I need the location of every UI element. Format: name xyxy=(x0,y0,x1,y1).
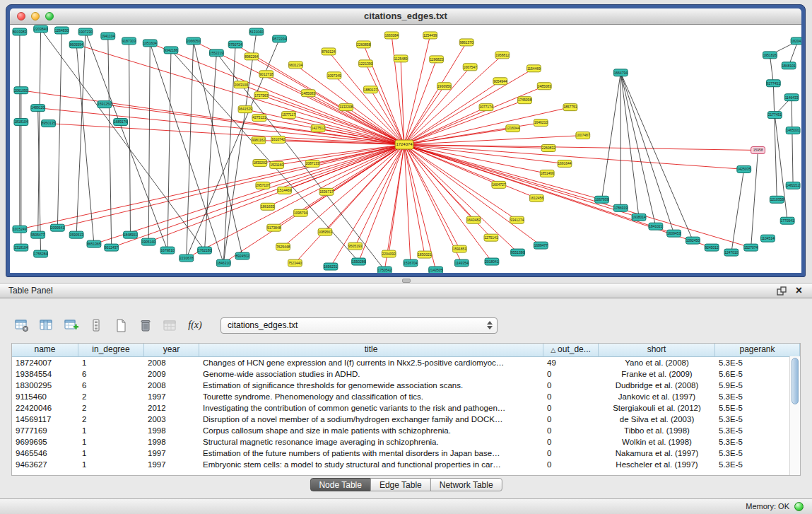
graph-node[interactable]: 1097349 xyxy=(327,72,341,79)
graph-node[interactable]: 1216044 xyxy=(506,125,520,132)
column-header-year[interactable]: year xyxy=(144,344,199,356)
graph-node[interactable]: 1880137 xyxy=(364,86,378,93)
graph-node[interactable]: 1590513 xyxy=(69,231,83,238)
graph-node[interactable]: 1905140 xyxy=(141,238,155,245)
graph-node[interactable]: 1482212 xyxy=(786,182,800,189)
graph-node[interactable]: 1051604 xyxy=(143,40,157,47)
graph-node[interactable]: 1958812 xyxy=(495,52,510,59)
graph-node[interactable]: 8605594 xyxy=(69,41,83,48)
network-canvas[interactable]: 1724074112548912213901097349148508315771… xyxy=(10,25,801,273)
graph-node[interactable]: 1691644 xyxy=(558,160,572,167)
graph-node[interactable]: 1264830 xyxy=(54,27,69,34)
tab-network-table[interactable]: Network Table xyxy=(430,478,502,491)
table-row[interactable]: 946362711997Embryonic stem cells: a mode… xyxy=(12,459,800,470)
graph-node[interactable]: 1610742 xyxy=(271,136,286,144)
column-header-title[interactable]: title xyxy=(199,344,543,356)
graph-node[interactable]: 1667547 xyxy=(463,64,477,71)
graph-node[interactable]: 1146433 xyxy=(784,94,799,101)
graph-node[interactable]: 1275141 xyxy=(484,234,498,241)
new-column-icon[interactable] xyxy=(62,316,81,334)
graph-node[interactable]: 9012718 xyxy=(259,71,273,78)
graph-node[interactable]: 9245012 xyxy=(705,244,719,251)
graph-node[interactable]: 9981162 xyxy=(252,137,266,144)
graph-node[interactable]: 1727563 xyxy=(254,92,269,99)
graph-node[interactable]: 1770541 xyxy=(780,217,794,224)
graph-node[interactable]: 1755284 xyxy=(34,250,48,257)
graph-node[interactable]: 1007487 xyxy=(576,132,590,139)
graph-node[interactable]: 1643482 xyxy=(466,216,481,223)
network-window-titlebar[interactable]: citations_edges.txt xyxy=(10,8,801,25)
graph-node[interactable]: 1724074 xyxy=(395,140,413,149)
graph-node[interactable]: 2485083 xyxy=(537,83,551,90)
graph-node[interactable]: 1527074 xyxy=(744,244,758,251)
graph-node[interactable]: 9054944 xyxy=(493,78,507,85)
graph-node[interactable]: 1427512 xyxy=(311,125,325,132)
graph-node[interactable]: 2230678 xyxy=(180,255,194,262)
graph-node[interactable]: 1318104 xyxy=(14,244,28,251)
table-mode-icon[interactable] xyxy=(13,316,31,334)
graph-node[interactable]: 1762180 xyxy=(198,247,212,254)
close-window-button[interactable] xyxy=(17,12,25,21)
table-row[interactable]: 1938455462009Genome-wide association stu… xyxy=(12,368,800,380)
graph-node[interactable]: 2204093 xyxy=(382,250,396,257)
graph-node[interactable]: 1536704 xyxy=(404,259,418,267)
graph-node[interactable]: 2143505 xyxy=(429,267,443,273)
import-table-icon[interactable] xyxy=(161,316,180,334)
table-row[interactable]: 1872400712008Changes of HCN gene express… xyxy=(12,357,800,368)
graph-node[interactable]: 9342186 xyxy=(164,47,178,54)
graph-node[interactable]: 1750542 xyxy=(377,267,392,273)
graph-node[interactable]: 1820413 xyxy=(791,37,801,45)
graph-node[interactable]: 2260858 xyxy=(357,41,371,48)
graph-node[interactable]: 7523440 xyxy=(288,259,302,267)
graph-node[interactable]: 1861635 xyxy=(261,203,275,210)
graph-node[interactable]: 2099541 xyxy=(50,224,64,231)
graph-node[interactable]: 2957137 xyxy=(256,182,270,189)
graph-node[interactable]: 2066050 xyxy=(187,37,201,45)
graph-node[interactable]: 1015249 xyxy=(13,226,27,233)
graph-node[interactable]: 1154469 xyxy=(526,65,541,72)
graph-node[interactable]: 1664794 xyxy=(613,69,628,76)
new-table-icon[interactable] xyxy=(112,316,130,334)
graph-node[interactable]: 1656231 xyxy=(324,263,338,270)
graph-node[interactable]: 2260832 xyxy=(541,145,555,152)
zoom-window-button[interactable] xyxy=(45,12,54,21)
tab-edge-table[interactable]: Edge Table xyxy=(370,478,431,491)
graph-node[interactable]: 15958 xyxy=(751,147,765,154)
graph-node[interactable]: 1907230 xyxy=(78,28,93,35)
graph-node[interactable]: 1609453 xyxy=(667,230,681,237)
table-row[interactable]: 1830029562008Estimation of significance … xyxy=(12,380,800,391)
table-scrollbar-thumb[interactable] xyxy=(792,358,799,404)
graph-node[interactable]: 1604727 xyxy=(492,181,506,188)
graph-node[interactable]: 1221390 xyxy=(359,60,373,67)
graph-node[interactable]: 1941104 xyxy=(101,33,115,40)
graph-node[interactable]: 1646210 xyxy=(534,119,548,127)
column-header-pagerank[interactable]: pagerank xyxy=(715,344,800,356)
graph-node[interactable]: 1552219 xyxy=(209,49,223,57)
graph-node[interactable]: 8019383 xyxy=(13,28,27,35)
graph-node[interactable]: 1149354 xyxy=(454,259,469,267)
graph-node[interactable]: 1536717 xyxy=(319,188,334,195)
column-header-out-degree[interactable]: △out_de... xyxy=(543,344,599,356)
graph-node[interactable]: 1951826 xyxy=(763,52,777,59)
graph-node[interactable]: 1125489 xyxy=(394,55,408,62)
column-header-in-degree[interactable]: in_degree xyxy=(78,344,144,356)
graph-node[interactable]: 1857751 xyxy=(563,104,577,111)
graph-node[interactable]: 9012437 xyxy=(105,244,119,251)
graph-node[interactable]: 1489120 xyxy=(31,105,45,112)
table-scrollbar[interactable] xyxy=(789,356,800,475)
table-row[interactable]: 911546021997Tourette syndrome. Phenomeno… xyxy=(12,391,800,402)
graph-node[interactable]: 1247010 xyxy=(724,249,739,256)
graph-node[interactable]: 2018041 xyxy=(485,258,499,265)
graph-node[interactable]: 1830202 xyxy=(253,159,267,166)
table-row[interactable]: 946554611997Estimation of the future num… xyxy=(12,448,800,459)
graph-node[interactable]: 9572204 xyxy=(273,35,287,42)
graph-node[interactable]: 8950135 xyxy=(42,120,56,127)
graph-node[interactable]: 2063100 xyxy=(234,81,248,88)
graph-node[interactable]: 1689176 xyxy=(114,119,128,126)
graph-node[interactable]: 9277451 xyxy=(766,80,780,87)
graph-node[interactable]: 2177451 xyxy=(767,112,782,119)
graph-node[interactable]: 1095794 xyxy=(293,209,307,216)
graph-node[interactable]: 1067939 xyxy=(595,196,609,203)
function-builder-icon[interactable]: f(x) xyxy=(186,316,204,334)
graph-node[interactable]: 1786919 xyxy=(613,204,628,211)
